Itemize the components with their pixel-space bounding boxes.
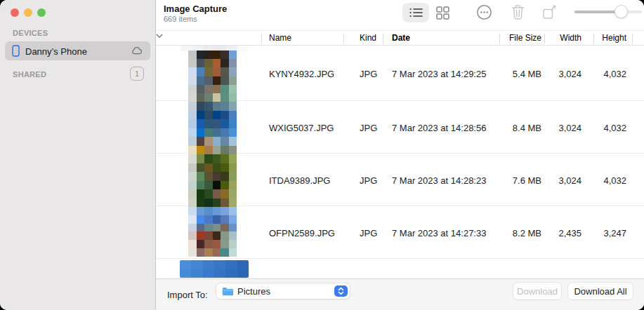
import-destination-select[interactable]: Pictures — [216, 283, 350, 299]
column-divider — [499, 34, 500, 43]
file-height: 3,247 — [603, 227, 626, 238]
photo-thumbnail[interactable] — [188, 207, 237, 257]
photo-thumbnail[interactable] — [188, 154, 237, 207]
file-name: ITDA9389.JPG — [269, 175, 330, 185]
item-count-label: 669 items — [164, 15, 197, 23]
close-window-button[interactable] — [11, 8, 19, 17]
file-height: 4,032 — [603, 175, 626, 185]
trash-icon — [511, 4, 525, 20]
grid-view-button[interactable] — [436, 6, 449, 22]
select-stepper-icon[interactable] — [334, 285, 348, 297]
column-header-height[interactable]: Height — [602, 33, 626, 43]
column-header-file-size[interactable]: File Size — [509, 33, 541, 43]
file-size: 7.6 MB — [513, 175, 541, 185]
column-header-date[interactable]: Date — [392, 33, 410, 43]
chevron-down-icon[interactable] — [156, 34, 163, 39]
more-actions-button[interactable] — [475, 3, 494, 25]
file-size: 8.2 MB — [513, 227, 541, 238]
import-destination-value: Pictures — [237, 286, 270, 297]
file-size: 5.4 MB — [513, 68, 541, 79]
column-divider — [632, 34, 633, 43]
device-name-label: Danny’s Phone — [25, 46, 87, 56]
page-title: Image Capture — [164, 4, 227, 14]
photo-thumbnail[interactable] — [188, 102, 237, 154]
file-name: KYNY4932.JPG — [269, 68, 334, 79]
file-kind: JPG — [360, 227, 377, 238]
file-kind: JPG — [360, 68, 377, 79]
column-divider — [343, 34, 344, 43]
table-header: Name Kind Date File Size Width Height — [156, 30, 644, 46]
cloud-icon — [131, 46, 143, 55]
footer-bar: Import To: Pictures Download Download Al… — [156, 278, 644, 310]
file-date: 7 Mar 2023 at 14:28:56 — [392, 122, 486, 133]
file-date: 7 Mar 2023 at 14:27:33 — [392, 227, 486, 238]
photo-thumbnail-partial-bottom[interactable] — [180, 260, 249, 278]
file-name: WXIG5037.JPG — [269, 122, 334, 133]
download-button[interactable]: Download — [513, 283, 561, 299]
column-header-width[interactable]: Width — [560, 33, 581, 43]
iphone-icon — [12, 45, 20, 57]
photo-thumbnail[interactable] — [188, 50, 237, 102]
zoom-window-button[interactable] — [37, 8, 46, 17]
column-divider — [593, 34, 594, 43]
rotate-button[interactable] — [541, 4, 558, 23]
minimize-window-button[interactable] — [24, 8, 32, 17]
column-divider — [544, 34, 545, 43]
shared-section-label: SHARED — [13, 70, 46, 79]
file-date: 7 Mar 2023 at 14:28:23 — [392, 175, 486, 185]
file-height: 4,032 — [603, 122, 626, 133]
content-area: Image Capture 669 items — [156, 0, 644, 310]
file-date: 7 Mar 2023 at 14:29:25 — [392, 68, 486, 79]
image-capture-window: DEVICES Danny’s Phone SHARED 1 Image Cap… — [0, 0, 644, 310]
folder-icon — [222, 287, 234, 296]
file-size: 8.4 MB — [513, 122, 541, 133]
file-name: OFPN2589.JPG — [269, 227, 335, 238]
zoom-slider[interactable] — [574, 11, 642, 13]
sidebar: DEVICES Danny’s Phone SHARED 1 — [0, 0, 156, 310]
file-height: 4,032 — [603, 68, 626, 79]
delete-button[interactable] — [511, 4, 525, 23]
file-width: 3,024 — [558, 175, 581, 185]
file-width: 3,024 — [558, 68, 581, 79]
file-width: 3,024 — [558, 122, 581, 133]
list-view-button[interactable] — [402, 3, 429, 22]
sidebar-item-dannys-phone[interactable]: Danny’s Phone — [5, 41, 150, 60]
file-kind: JPG — [360, 122, 377, 133]
download-all-button[interactable]: Download All — [568, 283, 633, 299]
list-view-icon — [409, 8, 423, 18]
column-divider — [383, 34, 383, 43]
file-kind: JPG — [360, 175, 377, 185]
import-to-label: Import To: — [167, 290, 208, 300]
zoom-slider-knob[interactable] — [615, 5, 628, 18]
more-icon — [475, 3, 494, 22]
column-header-kind[interactable]: Kind — [360, 33, 376, 43]
devices-section-label: DEVICES — [13, 29, 48, 37]
shared-count-badge[interactable]: 1 — [130, 67, 144, 81]
column-divider — [261, 34, 262, 43]
grid-view-icon — [436, 6, 449, 20]
column-header-name[interactable]: Name — [269, 33, 291, 43]
rotate-icon — [541, 4, 558, 20]
file-width: 2,435 — [558, 227, 581, 238]
